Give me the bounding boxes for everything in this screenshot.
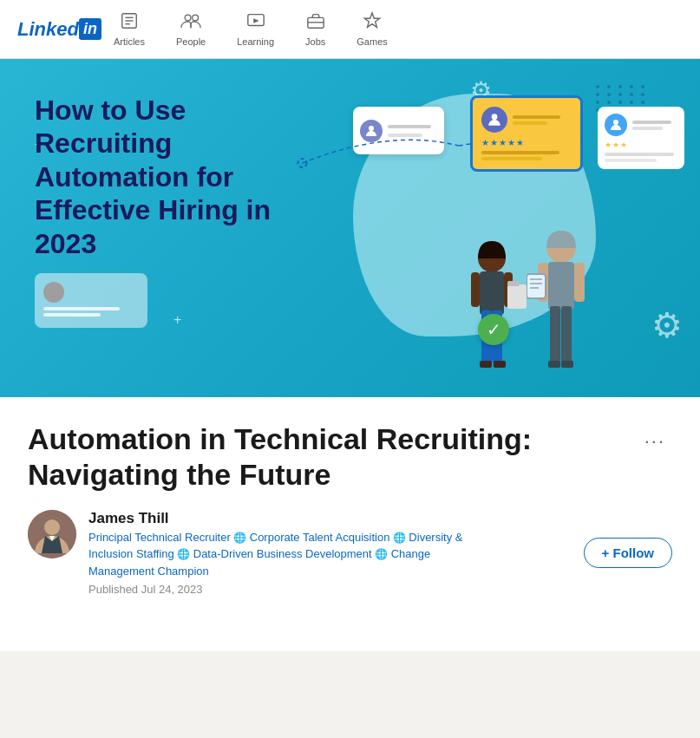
svg-rect-26 — [561, 306, 572, 362]
content-section: Automation in Technical Recruiting: Navi… — [0, 397, 700, 617]
jobs-icon — [306, 11, 325, 33]
profile-card-highlighted: ★★★★★ — [470, 95, 583, 172]
svg-rect-25 — [550, 306, 560, 362]
articles-label: Articles — [114, 36, 145, 47]
people-label: People — [176, 36, 206, 47]
svg-point-4 — [185, 15, 191, 21]
nav-item-jobs[interactable]: Jobs — [293, 4, 337, 54]
learning-icon — [246, 11, 265, 33]
svg-point-37 — [44, 519, 60, 535]
globe-icon-3: 🌐 — [177, 548, 193, 560]
articles-icon — [120, 11, 139, 33]
card-lines-1 — [388, 125, 431, 137]
bio-title: Principal Technical Recruiter — [88, 531, 231, 544]
svg-rect-21 — [480, 361, 492, 368]
svg-point-12 — [613, 120, 618, 125]
author-avatar[interactable] — [28, 510, 76, 558]
author-bio: Principal Technical Recruiter 🌐 Corporat… — [88, 529, 462, 580]
games-icon — [363, 11, 382, 33]
avatar-3 — [605, 114, 627, 136]
games-label: Games — [357, 36, 387, 47]
logo-linked-text: Linked — [17, 20, 79, 39]
author-section: James Thill Principal Technical Recruite… — [28, 510, 672, 597]
bio-diversity: Diversity & — [409, 531, 462, 544]
bio-data: Data-Driven Business Development — [193, 547, 372, 560]
chat-line-2 — [43, 313, 101, 317]
plus-decoration-2: + — [173, 312, 181, 328]
svg-rect-17 — [471, 272, 480, 307]
author-info-area: James Thill Principal Technical Recruite… — [88, 510, 672, 597]
bio-corporate: Corporate Talent Acquisition — [250, 531, 390, 544]
nav-items: Articles People — [101, 4, 400, 54]
follow-button[interactable]: + Follow — [584, 538, 672, 568]
nav-item-articles[interactable]: Articles — [101, 4, 157, 54]
bio-inclusion: Inclusion Staffing — [88, 547, 174, 560]
svg-point-5 — [193, 15, 199, 21]
check-bubble: ✓ — [478, 314, 509, 345]
linkedin-logo[interactable]: Linkedin — [17, 18, 101, 41]
nav-item-games[interactable]: Games — [344, 4, 399, 54]
stars-rating: ★★★★★ — [481, 138, 572, 147]
jobs-label: Jobs — [305, 36, 325, 47]
globe-icon-2: 🌐 — [393, 532, 409, 544]
svg-rect-28 — [574, 263, 585, 302]
figure-man — [527, 224, 596, 397]
svg-marker-7 — [253, 18, 258, 23]
gear-icon-2: ⚙ — [651, 305, 683, 345]
learning-label: Learning — [237, 36, 274, 47]
svg-rect-14 — [480, 271, 504, 315]
svg-rect-29 — [527, 274, 546, 298]
profile-card-1 — [353, 107, 444, 154]
svg-point-35 — [298, 159, 307, 167]
nav-item-people[interactable]: People — [164, 4, 218, 54]
svg-point-10 — [369, 126, 374, 131]
hero-title: How to Use Recruiting Automation for Eff… — [35, 94, 278, 260]
profile-card-3: ★★★ — [598, 107, 684, 169]
author-name: James Thill — [88, 510, 462, 527]
logo-in-box: in — [79, 18, 101, 41]
svg-rect-34 — [561, 361, 573, 368]
svg-rect-20 — [507, 281, 520, 286]
chat-avatar — [43, 282, 64, 303]
svg-rect-22 — [494, 361, 506, 368]
bio-change: Change — [391, 547, 431, 560]
author-details: James Thill Principal Technical Recruite… — [88, 510, 462, 597]
figures-area — [466, 224, 596, 397]
top-nav: Linkedin Articles — [0, 0, 700, 59]
svg-rect-19 — [507, 284, 527, 309]
svg-rect-24 — [548, 262, 574, 310]
more-options-button[interactable]: ··· — [638, 427, 672, 456]
avatar-1 — [360, 120, 383, 142]
svg-rect-33 — [548, 361, 560, 368]
globe-icon-1: 🌐 — [233, 532, 249, 544]
avatar-highlighted — [481, 107, 507, 133]
svg-point-11 — [492, 114, 498, 120]
hero-image: How to Use Recruiting Automation for Eff… — [0, 59, 700, 397]
article-title: Automation in Technical Recruiting: Navi… — [28, 421, 592, 493]
main-content: How to Use Recruiting Automation for Eff… — [0, 59, 700, 651]
chat-line-1 — [43, 307, 120, 310]
chat-bubble — [35, 273, 147, 328]
people-icon — [180, 11, 201, 33]
nav-item-learning[interactable]: Learning — [225, 4, 286, 54]
globe-icon-4: 🌐 — [375, 548, 390, 560]
stars-3: ★★★ — [605, 140, 677, 149]
bio-management: Management Champion — [88, 565, 209, 578]
published-date: Published Jul 24, 2023 — [88, 583, 462, 596]
article-title-row: Automation in Technical Recruiting: Navi… — [28, 421, 672, 493]
